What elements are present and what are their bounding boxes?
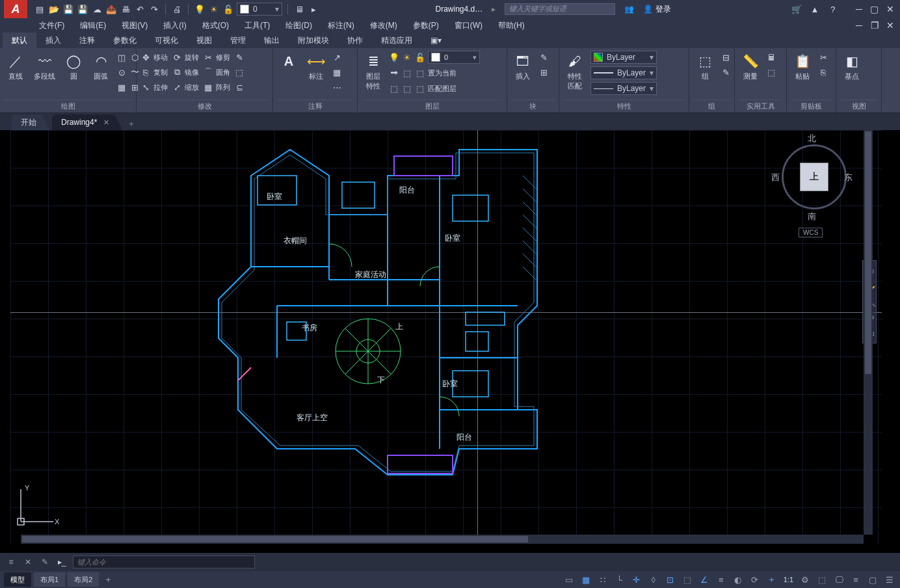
status-custom-icon[interactable]: ☰ [883, 573, 896, 586]
panel-title-clip[interactable]: 剪贴板 [791, 100, 832, 111]
circle-button[interactable]: ◯圆 [62, 51, 85, 83]
rtab-output[interactable]: 输出 [255, 33, 289, 48]
panel-title-prop[interactable]: 特性 [563, 100, 685, 111]
menu-insert[interactable]: 插入(I) [155, 18, 194, 33]
color-dropdown[interactable]: ByLayer▾ [590, 51, 657, 64]
menu-window[interactable]: 窗口(W) [447, 18, 490, 33]
rtab-view[interactable]: 视图 [187, 33, 221, 48]
lock-icon[interactable]: 🔓 [222, 3, 234, 15]
menu-edit[interactable]: 编辑(E) [72, 18, 114, 33]
search-input[interactable]: 键入关键字或短语 [505, 3, 615, 15]
new-icon[interactable]: ▤ [34, 3, 46, 15]
rtab-visual[interactable]: 可视化 [146, 33, 187, 48]
menu-modify[interactable]: 修改(M) [362, 18, 405, 33]
leader-icon[interactable]: ↗ [332, 51, 342, 64]
copy-button[interactable]: ⎘复制 [140, 66, 168, 79]
collab-icon[interactable]: 👥 [624, 5, 634, 14]
rtab-manage[interactable]: 管理 [221, 33, 255, 48]
block-attr-icon[interactable]: ⊞ [538, 66, 549, 79]
doc-close-icon[interactable]: ✕ [884, 20, 896, 31]
status-lwt-icon[interactable]: ≡ [715, 573, 728, 586]
panel-title-draw[interactable]: 绘图 [4, 100, 132, 111]
rtab-addon[interactable]: 附加模块 [289, 33, 338, 48]
cut-icon[interactable]: ✂ [818, 51, 828, 64]
menu-view[interactable]: 视图(V) [114, 18, 155, 33]
layer-dropdown[interactable]: 0▾ [428, 51, 480, 64]
ungroup-icon[interactable]: ⊟ [721, 51, 731, 64]
status-tab-layout1[interactable]: 布局1 [34, 572, 65, 587]
sun-icon[interactable]: ☀ [208, 3, 220, 15]
cmd-close-icon[interactable]: ✕ [22, 556, 34, 568]
panel-title-block[interactable]: 块 [511, 100, 555, 111]
menu-tools[interactable]: 工具(T) [237, 18, 278, 33]
polyline-button[interactable]: 〰多段线 [31, 51, 58, 83]
sun-sm-icon[interactable]: ☀ [402, 52, 412, 62]
table-icon[interactable]: ▦ [332, 66, 342, 79]
viewcube-west[interactable]: 西 [771, 172, 780, 183]
panel-title-group[interactable]: 组 [693, 100, 730, 111]
menu-file[interactable]: 文件(F) [31, 18, 72, 33]
rtab-insert[interactable]: 插入 [36, 33, 70, 48]
erase-icon[interactable]: ✎ [234, 51, 245, 64]
status-hw-icon[interactable]: ≡ [849, 573, 862, 586]
rtab-anno[interactable]: 注释 [70, 33, 104, 48]
status-ws-icon[interactable]: ⬚ [815, 573, 828, 586]
panel-title-modify[interactable]: 修改 [140, 100, 269, 111]
block-edit-icon[interactable]: ✎ [538, 51, 549, 64]
app-switch-icon[interactable]: ▲ [809, 3, 821, 15]
rtab-collab[interactable]: 协作 [338, 33, 372, 48]
cart-icon[interactable]: 🛒 [791, 3, 802, 15]
cmd-customize-icon[interactable]: ✎ [39, 556, 51, 568]
rtab-more-icon[interactable]: ▣▾ [421, 33, 451, 48]
panel-title-layer[interactable]: 图层 [362, 100, 503, 111]
save-icon[interactable]: 💾 [62, 3, 74, 15]
bulb-icon[interactable]: 💡 [194, 3, 205, 15]
print-icon[interactable]: 🖨 [171, 3, 183, 15]
viewcube-east[interactable]: 东 [844, 172, 853, 183]
status-add-layout-icon[interactable]: ＋ [101, 573, 114, 586]
status-tab-layout2[interactable]: 布局2 [68, 572, 99, 587]
trim-button[interactable]: ✂修剪 [203, 51, 230, 64]
minimize-icon[interactable]: ─ [853, 4, 865, 14]
copy-clip-icon[interactable]: ⎘ [818, 66, 828, 79]
menu-param[interactable]: 参数(P) [405, 18, 447, 33]
status-dyn-icon[interactable]: ＋ [765, 573, 778, 586]
status-polar-icon[interactable]: ✛ [630, 573, 643, 586]
status-snap-icon[interactable]: ∷ [596, 573, 609, 586]
command-input[interactable] [73, 555, 255, 568]
group-edit-icon[interactable]: ✎ [721, 66, 731, 79]
lineweight-dropdown[interactable]: ByLayer▾ [590, 66, 657, 79]
explode-icon[interactable]: ⬚ [234, 66, 245, 79]
stretch-button[interactable]: ⤡拉伸 [140, 81, 168, 94]
scale-button[interactable]: ⤢缩放 [172, 81, 199, 94]
match-layer-button[interactable]: ⬚⬚⬚匹配图层 [389, 82, 480, 95]
app-logo[interactable]: A [4, 0, 27, 18]
doc-tab-drawing4[interactable]: Drawing4*✕ [52, 114, 122, 130]
status-3dosnap-icon[interactable]: ⬚ [681, 573, 694, 586]
user-icon[interactable]: 👤 登录 [643, 4, 670, 15]
plot-icon[interactable]: 🖶 [120, 3, 131, 15]
match-prop-button[interactable]: 🖌特性 匹配 [563, 51, 587, 92]
web-save-icon[interactable]: 📤 [105, 3, 117, 15]
lock-sm-icon[interactable]: 🔓 [415, 52, 425, 62]
dim-button[interactable]: ⟷标注 [304, 51, 328, 83]
undo-icon[interactable]: ↶ [134, 3, 146, 15]
redo-icon[interactable]: ↷ [148, 3, 160, 15]
status-annoscale-icon[interactable]: ⚙ [799, 573, 812, 586]
rotate-button[interactable]: ⟳旋转 [172, 51, 199, 64]
move-button[interactable]: ✥移动 [140, 51, 168, 64]
doc-tab-add-icon[interactable]: ＋ [125, 117, 138, 130]
viewcube[interactable]: 上 北 南 东 西 WCS [775, 133, 853, 224]
panel-title-anno[interactable]: 注释 [277, 100, 353, 111]
anno-more-icon[interactable]: ⋯ [332, 81, 342, 94]
status-cycle-icon[interactable]: ⟳ [748, 573, 761, 586]
bulb-sm-icon[interactable]: 💡 [389, 52, 399, 62]
status-grid-icon[interactable]: ▦ [579, 573, 592, 586]
doc-tab-start[interactable]: 开始 [12, 114, 49, 130]
linetype-dropdown[interactable]: ByLayer▾ [590, 82, 657, 95]
arc-button[interactable]: ◠圆弧 [89, 51, 112, 83]
menu-draw[interactable]: 绘图(D) [278, 18, 320, 33]
status-model-icon[interactable]: ▭ [562, 573, 576, 586]
status-otrack-icon[interactable]: ∠ [698, 573, 711, 586]
status-clean-icon[interactable]: ▢ [866, 573, 879, 586]
